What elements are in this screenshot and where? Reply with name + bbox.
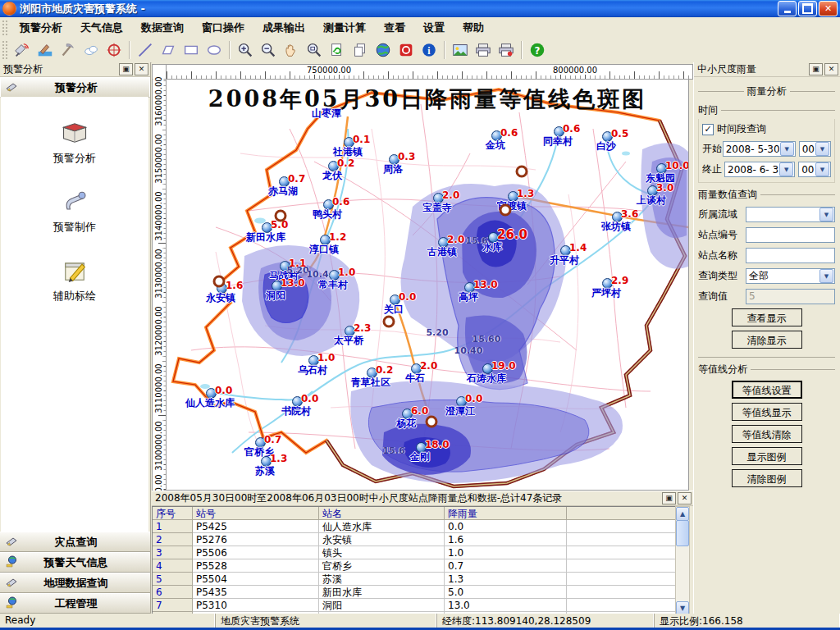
toolbar: i? — [0, 38, 840, 63]
close-icon[interactable]: ✕ — [678, 492, 692, 504]
info-icon[interactable]: i — [418, 39, 440, 61]
station-value: 1.3 — [270, 453, 287, 464]
chevron-down-icon[interactable]: ▼ — [815, 142, 829, 156]
pick-tool-icon[interactable] — [57, 39, 79, 61]
toolbar-drag-handle[interactable] — [2, 40, 7, 60]
station-name: 澄潭江 — [445, 404, 475, 418]
globe-icon[interactable] — [372, 39, 394, 61]
chevron-down-icon[interactable]: ▼ — [780, 142, 794, 156]
table-row[interactable]: 3P5506镇头1.0 — [153, 546, 676, 559]
menu-item-6[interactable]: 测量计算 — [314, 20, 375, 35]
menu-item-4[interactable]: 窗口操作 — [193, 20, 253, 35]
menu-item-8[interactable]: 设置 — [414, 20, 454, 35]
target-icon[interactable] — [103, 39, 125, 61]
image-export-icon[interactable] — [450, 39, 471, 61]
scroll-up-icon[interactable]: ▲ — [676, 507, 689, 521]
table-scrollbar[interactable]: ▲ ▼ — [675, 506, 690, 616]
menu-drag-handle[interactable] — [2, 20, 7, 36]
refresh-icon[interactable] — [326, 39, 348, 61]
pan-icon[interactable] — [281, 39, 302, 61]
minimize-button[interactable] — [778, 1, 797, 16]
chevron-down-icon[interactable]: ▼ — [815, 162, 829, 176]
station-id-input[interactable] — [746, 227, 835, 243]
cloud-icon[interactable] — [80, 39, 102, 61]
query-type-combo[interactable]: 全部 ▼ — [746, 268, 835, 284]
maximize-button[interactable] — [798, 1, 817, 16]
station-name-input[interactable] — [746, 248, 835, 263]
end-date-combo[interactable]: 2008- 6- 3 ▼ — [724, 162, 795, 177]
menu-item-9[interactable]: 帮助 — [454, 20, 493, 35]
menu-item-5[interactable]: 成果输出 — [253, 20, 314, 35]
close-button[interactable]: ✕ — [819, 1, 838, 16]
table-cell: 苏溪 — [319, 573, 445, 586]
station-name: 龙伏 — [322, 169, 342, 183]
line-tool-icon[interactable] — [135, 39, 156, 61]
ellipse-tool-icon[interactable] — [203, 39, 225, 61]
menu-item-3[interactable]: 数据查询 — [132, 20, 193, 35]
help-icon[interactable]: ? — [527, 39, 548, 61]
station-name: 宝盖寺 — [422, 201, 452, 215]
contour-button-[interactable]: 等值线清除 — [732, 425, 802, 443]
chevron-down-icon[interactable]: ▼ — [819, 208, 833, 221]
sidebar-tool-2[interactable]: 预警制作 — [1, 187, 148, 235]
map-panel: 750000.00800000.00 3160000.003150000.003… — [152, 62, 693, 491]
close-icon[interactable]: ✕ — [135, 63, 148, 75]
sidebar-group-2[interactable]: 预警天气信息 — [0, 552, 150, 573]
print-preview-icon[interactable] — [495, 39, 517, 61]
rectangle-tool-icon[interactable] — [180, 39, 202, 61]
sidebar-group-3[interactable]: 地理数据查询 — [0, 573, 150, 593]
table-header-row: 序号 站号 站名 降雨量 — [153, 507, 676, 520]
zoom-out-icon[interactable] — [258, 39, 279, 61]
menu-item-1[interactable]: 预警分析 — [11, 20, 71, 35]
right-panel: 中小尺度雨量 ▣ ✕ 雨量分析 时间 ✓ 时间段查询 开始 2008- 5-30… — [693, 62, 840, 614]
contour-button-default[interactable]: 等值线设置 — [732, 381, 802, 399]
table-row[interactable]: 5P5504苏溪1.3 — [153, 573, 676, 586]
menu-item-2[interactable]: 天气信息 — [71, 20, 132, 35]
table-row[interactable]: 6P5435新田水库5.0 — [153, 586, 676, 599]
table-row[interactable]: 7P5310洞阳13.0 — [153, 599, 676, 612]
menu-items: 预警分析天气信息数据查询窗口操作成果输出测量计算查看设置帮助 — [11, 21, 493, 35]
end-hour-combo[interactable]: 00 ▼ — [798, 162, 831, 177]
print-icon[interactable] — [472, 39, 494, 61]
chevron-down-icon[interactable]: ▼ — [819, 269, 833, 283]
zoom-window-icon[interactable] — [304, 39, 325, 61]
contour-button-[interactable]: 显示图例 — [732, 447, 802, 465]
chevron-down-icon[interactable]: ▼ — [779, 162, 793, 176]
sidebar-group-1[interactable]: 灾点查询 — [0, 532, 150, 552]
query-group-label: 雨量数值查询 — [698, 188, 835, 202]
sidebar-group-4[interactable]: 工程管理 — [0, 593, 150, 614]
start-date-combo[interactable]: 2008- 5-30 ▼ — [723, 141, 796, 157]
pin-icon[interactable]: ▣ — [809, 63, 823, 75]
stop-icon[interactable] — [395, 39, 417, 61]
copy-icon[interactable] — [349, 39, 371, 61]
svg-text:?: ? — [535, 45, 541, 57]
contour-button-[interactable]: 等值线显示 — [732, 403, 802, 421]
left-panel-group-header[interactable]: 预警分析 — [0, 77, 150, 98]
time-range-checkbox[interactable]: ✓ — [702, 124, 714, 135]
station-value: 13.0 — [473, 279, 498, 290]
station-name: 高坪 — [459, 290, 478, 304]
zoom-in-icon[interactable] — [235, 39, 256, 61]
basin-combo[interactable]: ▼ — [746, 207, 835, 222]
station-value: 2.9 — [611, 275, 628, 286]
table-row[interactable]: 2P5276永安镇1.6 — [153, 533, 676, 546]
table-row[interactable]: 1P5425仙人造水库0.0 — [153, 520, 676, 533]
polygon-tool-icon[interactable] — [158, 39, 179, 61]
close-icon[interactable]: ✕ — [824, 63, 838, 75]
sidebar-tool-1[interactable]: 预警分析 — [1, 118, 148, 166]
clear-display-button[interactable]: 清除显示 — [732, 331, 802, 349]
scrollbar-thumb[interactable] — [676, 520, 689, 546]
table-row[interactable]: 4P5528官桥乡0.7 — [153, 559, 676, 573]
satellite-icon[interactable] — [11, 39, 33, 61]
right-panel-title: 中小尺度雨量 — [694, 62, 809, 76]
pin-icon[interactable]: ▣ — [662, 492, 676, 504]
show-display-button[interactable]: 查看显示 — [732, 308, 802, 326]
pin-icon[interactable]: ▣ — [119, 63, 133, 75]
map-canvas[interactable]: 山枣潭0.1社港镇0.6金坑0.6同幸村0.5白沙0.2龙伏0.3周洛10.0东… — [166, 79, 689, 491]
flood-analysis-icon[interactable] — [34, 39, 56, 61]
contour-button-[interactable]: 清除图例 — [732, 469, 802, 487]
sidebar-tool-3[interactable]: 辅助标绘 — [1, 256, 148, 304]
menu-item-7[interactable]: 查看 — [375, 20, 414, 35]
start-hour-combo[interactable]: 00 ▼ — [799, 141, 831, 157]
station-value: 18.0 — [425, 439, 450, 450]
